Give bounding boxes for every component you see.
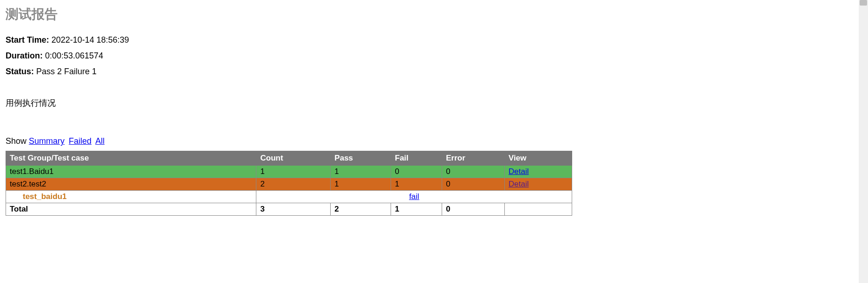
results-table: Test Group/Test case Count Pass Fail Err… [6,151,572,216]
scrollbar-track[interactable] [859,0,868,221]
cell-name: test1.Baidu1 [6,166,256,178]
cell-view: Detail [505,178,572,191]
total-label: Total [6,203,256,216]
meta-block: Start Time: 2022-10-14 18:56:39 Duration… [6,33,862,78]
detail-link[interactable]: Detail [509,180,529,188]
header-view: View [505,151,572,166]
total-fail: 1 [391,203,442,216]
table-row: test1.Baidu11100Detail [6,166,572,178]
table-total-row: Total3210 [6,203,572,216]
start-time-label: Start Time: [6,35,49,45]
table-row: test2.test22110Detail [6,178,572,191]
header-error: Error [442,151,505,166]
duration-row: Duration: 0:00:53.061574 [6,49,862,63]
duration-value: 0:00:53.061574 [45,51,103,60]
scrollbar-thumb[interactable] [860,0,867,6]
show-label: Show [6,136,26,146]
table-header-row: Test Group/Test case Count Pass Fail Err… [6,151,572,166]
status-label: Status: [6,67,34,76]
header-name: Test Group/Test case [6,151,256,166]
total-pass: 2 [331,203,391,216]
filter-failed-link[interactable]: Failed [69,136,91,146]
status-value: Pass 2 Failure 1 [36,67,97,76]
duration-label: Duration: [6,51,43,60]
cell-fail: 0 [391,166,442,178]
cell-error: 0 [442,166,505,178]
table-case-row: test_baidu1fail [6,191,572,203]
cell-pass: 1 [331,166,391,178]
total-error: 0 [442,203,505,216]
case-name-cell: test_baidu1 [6,191,256,203]
header-count: Count [256,151,331,166]
cell-view: Detail [505,166,572,178]
cell-error: 0 [442,178,505,191]
start-time-row: Start Time: 2022-10-14 18:56:39 [6,33,862,47]
filter-summary-link[interactable]: Summary [29,136,65,146]
total-view [505,203,572,216]
cell-count: 2 [256,178,331,191]
cell-fail: 1 [391,178,442,191]
cell-name: test2.test2 [6,178,256,191]
filter-row: Show Summary Failed All [6,136,862,146]
section-heading: 用例执行情况 [6,97,862,109]
start-time-value: 2022-10-14 18:56:39 [52,35,129,45]
cell-pass: 1 [331,178,391,191]
header-fail: Fail [391,151,442,166]
cell-count: 1 [256,166,331,178]
case-result-link[interactable]: fail [409,192,419,201]
status-row: Status: Pass 2 Failure 1 [6,65,862,78]
case-result-cell: fail [256,191,572,203]
detail-link[interactable]: Detail [509,167,529,176]
filter-all-link[interactable]: All [95,136,104,146]
page-title: 测试报告 [6,6,862,23]
total-count: 3 [256,203,331,216]
header-pass: Pass [331,151,391,166]
